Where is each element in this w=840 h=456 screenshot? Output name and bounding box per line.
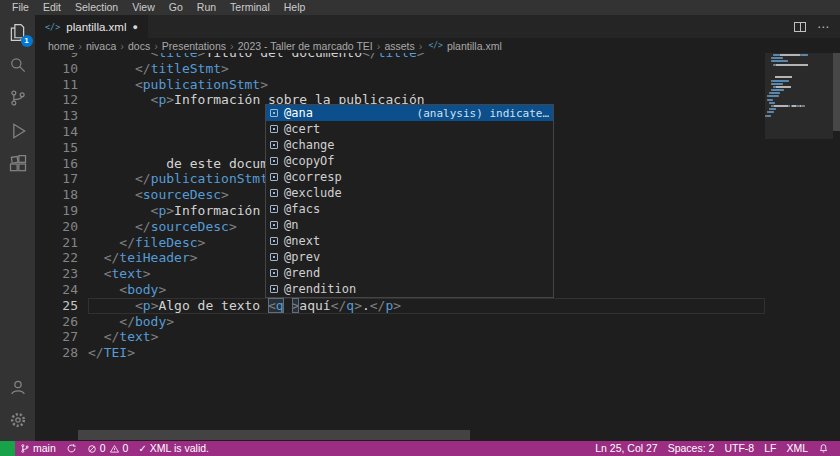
account-icon xyxy=(8,377,28,397)
menu-item-selection[interactable]: Selection xyxy=(68,0,125,15)
attribute-icon xyxy=(270,285,278,293)
run-debug-button[interactable] xyxy=(6,119,30,143)
tab-bar: </> plantilla.xml ● ⋯ xyxy=(35,15,840,38)
code-line[interactable]: 9 <title>Título del documento</title> xyxy=(35,53,765,61)
attribute-icon xyxy=(270,109,278,117)
menu-item-go[interactable]: Go xyxy=(162,0,190,15)
sync-button[interactable] xyxy=(61,441,82,456)
breadcrumb-item[interactable]: docs xyxy=(128,40,150,52)
validation-message: XML is valid. xyxy=(150,441,209,456)
search-icon xyxy=(8,55,28,75)
explorer-button[interactable]: 1 xyxy=(6,20,30,44)
breadcrumb-item[interactable]: nivaca xyxy=(86,40,116,52)
suggest-widget: @ana(analysis) indicate…@cert@change@cop… xyxy=(265,104,554,298)
menu-item-run[interactable]: Run xyxy=(190,0,223,15)
code-line[interactable]: 26 </body> xyxy=(35,314,765,330)
modified-dot[interactable]: ● xyxy=(132,22,137,32)
suggestion-label: @copyOf xyxy=(284,154,335,168)
attribute-icon xyxy=(270,125,278,133)
eol-status[interactable]: LF xyxy=(759,441,781,456)
encoding-status[interactable]: UTF-8 xyxy=(719,441,759,456)
suggestion-n[interactable]: @n xyxy=(266,217,553,233)
account-button[interactable] xyxy=(6,375,30,399)
tab-plantilla-xml[interactable]: </> plantilla.xml ● xyxy=(35,15,148,38)
code-line[interactable]: 10 </titleStmt> xyxy=(35,61,765,77)
breadcrumb-item[interactable]: 2023 - Taller de marcado TEI xyxy=(238,40,373,52)
suggestion-copyOf[interactable]: @copyOf xyxy=(266,153,553,169)
attribute-icon xyxy=(270,189,278,197)
breadcrumb-item[interactable]: assets xyxy=(384,40,414,52)
suggestion-facs[interactable]: @facs xyxy=(266,201,553,217)
suggestion-cert[interactable]: @cert xyxy=(266,121,553,137)
indentation-status[interactable]: Spaces: 2 xyxy=(663,441,720,456)
suggestion-rendition[interactable]: @rendition xyxy=(266,281,553,297)
suggestion-corresp[interactable]: @corresp xyxy=(266,169,553,185)
menu-item-edit[interactable]: Edit xyxy=(36,0,68,15)
suggestion-label: @change xyxy=(284,138,335,152)
code-line[interactable]: 25 <p>Algo de texto <q >aquí</q>.</p> xyxy=(35,298,765,314)
problems-status[interactable]: 0 0 xyxy=(82,441,134,456)
code-text: <p>Información sob xyxy=(88,203,292,219)
suggestion-next[interactable]: @next xyxy=(266,233,553,249)
minimap-slider[interactable] xyxy=(765,53,833,139)
errors-count: 0 xyxy=(100,441,106,456)
settings-button[interactable] xyxy=(6,408,30,432)
menu-item-help[interactable]: Help xyxy=(277,0,313,15)
menu-item-terminal[interactable]: Terminal xyxy=(223,0,277,15)
code-line[interactable]: 28</TEI> xyxy=(35,345,765,361)
split-editor-icon[interactable] xyxy=(794,22,806,32)
code-line[interactable]: 11 <publicationStmt> xyxy=(35,77,765,93)
extensions-button[interactable] xyxy=(6,152,30,176)
line-number: 27 xyxy=(35,329,88,345)
more-actions-icon[interactable]: ⋯ xyxy=(817,22,830,32)
vertical-scrollbar[interactable] xyxy=(833,53,840,441)
xml-validation-status[interactable]: ✓ XML is valid. xyxy=(133,441,214,456)
source-control-button[interactable] xyxy=(6,86,30,110)
code-text: </fileDesc> xyxy=(88,235,205,251)
line-number: 9 xyxy=(35,53,88,61)
attribute-icon xyxy=(270,253,278,261)
tag-match-highlight: <q xyxy=(268,298,284,313)
search-button[interactable] xyxy=(6,53,30,77)
git-branch-icon xyxy=(20,443,30,454)
remote-indicator[interactable] xyxy=(0,441,15,456)
horizontal-scrollbar-thumb[interactable] xyxy=(78,430,470,440)
check-icon: ✓ xyxy=(138,441,146,456)
horizontal-scrollbar[interactable] xyxy=(78,430,765,440)
cursor-position[interactable]: Ln 25, Col 27 xyxy=(590,441,662,456)
sync-icon xyxy=(66,443,77,454)
menu-item-view[interactable]: View xyxy=(125,0,162,15)
attribute-icon xyxy=(270,237,278,245)
vertical-scrollbar-thumb[interactable] xyxy=(833,53,840,131)
gear-icon xyxy=(8,410,28,430)
menu-bar: FileEditSelectionViewGoRunTerminalHelp xyxy=(0,0,840,15)
line-number: 10 xyxy=(35,61,88,77)
line-number: 11 xyxy=(35,77,88,93)
notifications-button[interactable] xyxy=(813,441,834,456)
menu-item-file[interactable]: File xyxy=(5,0,36,15)
suggestion-exclude[interactable]: @exclude xyxy=(266,185,553,201)
breadcrumb-item[interactable]: home xyxy=(48,40,74,52)
suggestion-change[interactable]: @change xyxy=(266,137,553,153)
line-number: 14 xyxy=(35,124,88,140)
branch-status[interactable]: main xyxy=(15,441,61,456)
suggestion-rend[interactable]: @rend xyxy=(266,265,553,281)
breadcrumb-separator: › xyxy=(154,40,158,52)
line-number: 17 xyxy=(35,171,88,187)
breadcrumb-separator: › xyxy=(78,40,82,52)
breadcrumb-item[interactable]: Presentations xyxy=(162,40,226,52)
tab-label: plantilla.xml xyxy=(66,21,126,33)
suggestion-label: @cert xyxy=(284,122,320,136)
suggestion-prev[interactable]: @prev xyxy=(266,249,553,265)
code-line[interactable]: 27 </text> xyxy=(35,329,765,345)
language-mode[interactable]: XML xyxy=(781,441,813,456)
attribute-icon xyxy=(270,173,278,181)
line-number: 23 xyxy=(35,266,88,282)
suggestion-ana[interactable]: @ana(analysis) indicate… xyxy=(266,105,553,121)
breadcrumb-item[interactable]: plantilla.xml xyxy=(447,40,502,52)
attribute-icon xyxy=(270,269,278,277)
line-number: 13 xyxy=(35,108,88,124)
line-number: 16 xyxy=(35,156,88,172)
suggestion-label: @corresp xyxy=(284,170,342,184)
run-debug-icon xyxy=(8,121,28,141)
